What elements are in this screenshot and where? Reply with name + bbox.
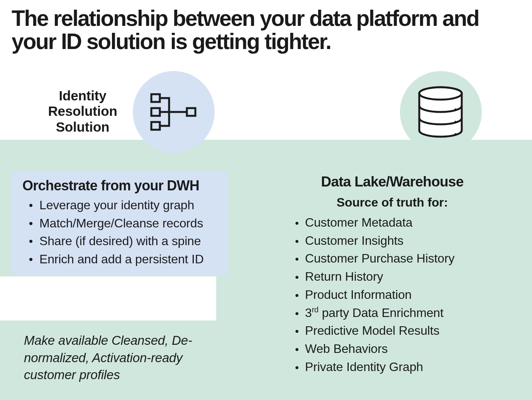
white-gap — [0, 276, 216, 320]
orchestrate-heading: Orchestrate from your DWH — [22, 178, 217, 194]
datalake-heading: Data Lake/Warehouse — [284, 174, 500, 190]
page-title: The relationship between your data platf… — [12, 7, 517, 53]
svg-point-6 — [454, 108, 457, 111]
database-icon — [415, 86, 466, 138]
datalake-subheading: Source of truth for: — [284, 195, 500, 210]
svg-rect-2 — [151, 122, 160, 130]
svg-point-8 — [454, 133, 457, 136]
list-item: Customer Purchase History — [289, 249, 500, 268]
list-item: Product Information — [289, 286, 500, 304]
list-item: Private Identity Graph — [289, 358, 500, 376]
list-item: Customer Insights — [289, 232, 500, 250]
list-item: Web Behaviors — [289, 340, 500, 358]
svg-point-7 — [454, 121, 457, 123]
svg-point-5 — [419, 87, 462, 100]
datalake-list: Customer Metadata Customer Insights Cust… — [284, 214, 500, 376]
list-item: Leverage your identity graph — [22, 196, 217, 214]
svg-rect-3 — [187, 108, 195, 116]
profiles-note: Make available Cleansed, De-normalized, … — [24, 332, 217, 384]
list-item: Return History — [289, 268, 500, 286]
svg-rect-1 — [151, 108, 160, 116]
list-item: Enrich and add a persistent ID — [22, 250, 217, 268]
list-item: Predictive Model Results — [289, 322, 500, 340]
list-item: Share (if desired) with a spine — [22, 232, 217, 250]
list-item: Match/Merge/Cleanse records — [22, 214, 217, 232]
identity-resolution-label: Identity Resolution Solution — [40, 88, 125, 135]
list-item: 3rd party Data Enrichment — [289, 304, 500, 322]
datalake-panel: Data Lake/Warehouse Source of truth for:… — [284, 174, 500, 376]
slide: The relationship between your data platf… — [0, 0, 532, 400]
list-item: Customer Metadata — [289, 214, 500, 232]
orchestrate-list: Leverage your identity graph Match/Merge… — [22, 196, 217, 268]
svg-rect-0 — [151, 94, 160, 102]
hierarchy-icon — [149, 92, 198, 133]
orchestrate-card: Orchestrate from your DWH Leverage your … — [12, 171, 228, 275]
